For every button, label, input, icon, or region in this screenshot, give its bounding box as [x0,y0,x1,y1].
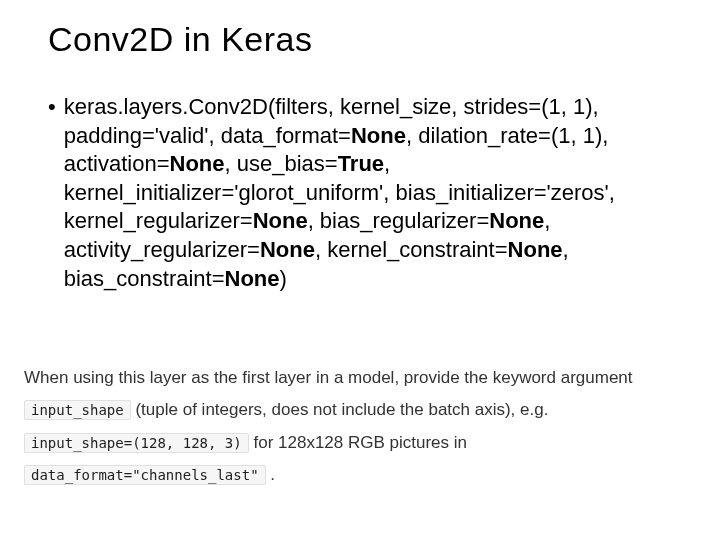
api-signature-part: , use_bias= [225,151,338,176]
api-signature-part: , bias_regularizer= [308,208,490,233]
keyword-none: None [253,208,308,233]
usage-note: When using this layer as the first layer… [24,362,696,491]
note-text: . [270,465,275,484]
keyword-none: None [508,237,563,262]
keyword-none: None [351,123,406,148]
note-text: (tuple of integers, does not include the… [135,400,548,419]
keyword-none: None [260,237,315,262]
api-signature-part: , kernel_constraint= [315,237,508,262]
inline-code: input_shape=(128, 128, 3) [24,433,249,453]
bullet-text: keras.layers.Conv2D(filters, kernel_size… [64,93,662,293]
keyword-none: None [170,151,225,176]
note-text: for 128x128 RGB pictures in [253,433,467,452]
note-text: When using this layer as the first layer… [24,368,633,387]
bullet-item: • keras.layers.Conv2D(filters, kernel_si… [48,93,672,293]
inline-code: input_shape [24,400,131,420]
slide-title: Conv2D in Keras [48,20,672,59]
keyword-none: None [489,208,544,233]
keyword-true: True [338,151,384,176]
api-signature-part: ) [280,266,287,291]
slide-content: Conv2D in Keras • keras.layers.Conv2D(fi… [0,0,720,293]
inline-code: data_format="channels_last" [24,465,266,485]
keyword-none: None [225,266,280,291]
bullet-marker: • [48,93,56,122]
